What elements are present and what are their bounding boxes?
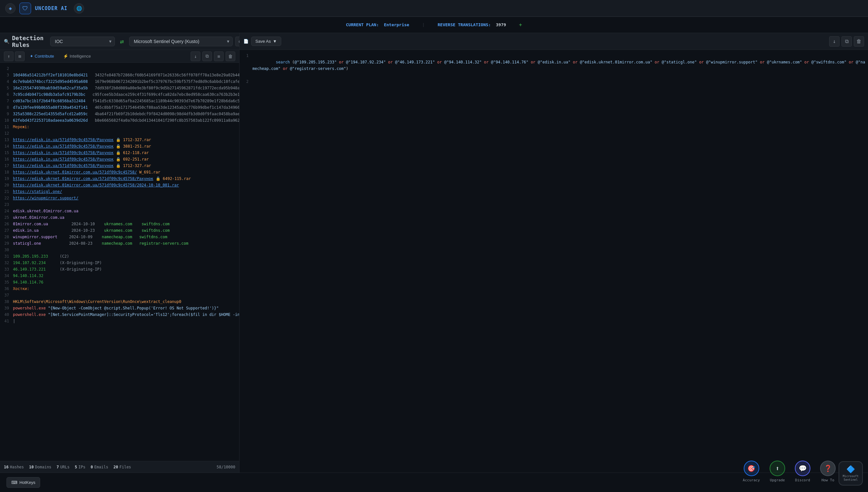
how-to-button[interactable]: ❓ How To	[820, 461, 836, 482]
code-line: 18https://edisk.ukrnet.01mirror.com.ua/5…	[0, 169, 239, 175]
panel-title: Detection Rules	[12, 34, 44, 48]
code-line: 17https://edisk.in.ua/571df09c9c45758/Ра…	[0, 163, 239, 169]
ms-sentinel-badge[interactable]: 🔷 MicrosoftSentinel	[839, 461, 863, 486]
code-line: 11Мережі:	[0, 124, 239, 130]
status-bar: 16 Hashes 10 Domains 7 URLs 5 IPs 0 Emai…	[0, 461, 239, 473]
hashes-count: 16 Hashes	[4, 465, 24, 469]
tab-actions: ↓ ⧉ ≡ 🗑	[191, 51, 235, 61]
code-line: 67c95cd4b9471c98db3a5afc9179b3bc c95fcee…	[0, 91, 239, 98]
hotkeys-button[interactable]: ⌨ HotKeys	[6, 477, 40, 488]
code-line: 9325a5308c225ed14355d5afcd12a059c 4ba64f…	[0, 111, 239, 117]
save-as-dropdown-icon: ▼	[273, 39, 277, 44]
upgrade-button[interactable]: ⬆ Upgrade	[770, 461, 785, 482]
add-translations-button[interactable]: +	[519, 22, 522, 28]
tab-intelligence[interactable]: ⚡ Intelligence	[59, 52, 95, 60]
copy-button[interactable]: ⧉	[202, 51, 212, 61]
code-line: 19https://edisk.ukrnet.01mirror.com.ua/5…	[0, 175, 239, 182]
code-line: 37	[0, 292, 239, 298]
code-line: 12	[0, 130, 239, 137]
code-line: 2601mirror.com.ua 2024-10-10 ukrnames.co…	[0, 221, 239, 227]
code-line: 23	[0, 201, 239, 208]
ioc-type-select[interactable]: IOC Sigma YARA	[50, 36, 115, 46]
main-area: 🔍 Detection Rules IOC Sigma YARA ▼ ⇄ Mic…	[0, 33, 868, 473]
contribute-icon: ✦	[30, 54, 33, 58]
right-code-line: 2	[240, 78, 868, 85]
code-line: 7cd03a7bc1b1f2b64f8c6856ba312484 f541d5c…	[0, 98, 239, 104]
code-line: 38HKLM\Software\Microsoft\Windows\Curren…	[0, 298, 239, 305]
right-toolbar: ↓ ⧉ 🗑	[829, 36, 864, 47]
code-line: 4dc7e9ab6374bccf3225d95ed4595a608 1679e9…	[0, 78, 239, 85]
code-line: 29staticgl.one 2024-08-23 namecheap.com …	[0, 240, 239, 247]
app-title: UNCODER AI	[35, 5, 67, 11]
plan-bar: CURRENT PLAN: Enterprise | REVERSE TRANS…	[0, 17, 868, 33]
ms-sentinel-icon: 🔷	[846, 465, 855, 473]
ips-count: 5 IPs	[75, 465, 85, 469]
upgrade-label: Upgrade	[770, 478, 785, 482]
download-button[interactable]: ↓	[191, 51, 200, 61]
code-line: 22https://winupmirror.support/	[0, 195, 239, 201]
char-counter: 58/10000	[217, 465, 235, 469]
right-code-area[interactable]: 1 search (@"109.205.195.233" or @"194.10…	[240, 50, 868, 473]
nav-logo[interactable]: ◈	[5, 3, 16, 14]
discord-button[interactable]: 💬 Discord	[795, 461, 810, 482]
nav-app-icon[interactable]: 🛡	[19, 3, 31, 14]
left-panel-header: 🔍 Detection Rules IOC Sigma YARA ▼ ⇄ Mic…	[0, 33, 239, 50]
swap-direction-icon[interactable]: ⇄	[118, 38, 127, 45]
ms-sentinel-label: MicrosoftSentinel	[843, 474, 859, 482]
code-line: 16https://edisk.in.ua/571df09c9c45758/Ра…	[0, 156, 239, 163]
code-line: 8d7a120fee99b0655a08f330a4542f141 465c8b…	[0, 104, 239, 111]
code-line: 21https://staticgl.one/	[0, 188, 239, 195]
target-platform-select[interactable]: Microsoft Sentinel Query (Kusto) Splunk …	[129, 36, 233, 46]
how-to-label: How To	[821, 478, 834, 482]
code-line: 25ukrnet.01mirror.com.ua	[0, 214, 239, 221]
target-dropdown-wrap: Microsoft Sentinel Query (Kusto) Splunk …	[129, 36, 233, 46]
code-line: 14https://edisk.in.ua/571df09c9c45758/Ра…	[0, 143, 239, 150]
code-line: 32194.107.92.234 (X-Originating-IP)	[0, 260, 239, 266]
code-line: 1062febd43f2253710adaeea3a0639d26d b8e66…	[0, 117, 239, 124]
delete-button[interactable]: 🗑	[226, 51, 235, 61]
code-line: 13https://edisk.in.ua/571df09c9c45758/Ра…	[0, 137, 239, 143]
code-line: 27edisk.in.ua 2024-10-23 ukrnames.com sw…	[0, 227, 239, 234]
code-line: 40powershell.exe "[Net.ServicePointManag…	[0, 311, 239, 318]
tab-contribute[interactable]: ✦ Contribute	[26, 52, 58, 60]
reverse-translations-label: REVERSE TRANSLATIONS: 3979	[438, 22, 506, 27]
right-copy-button[interactable]: ⧉	[841, 36, 852, 47]
code-line: 310d486a514212bff2ef181010e8bd421 3432fe…	[0, 72, 239, 78]
ioc-dropdown-wrap: IOC Sigma YARA ▼	[50, 36, 115, 46]
right-download-button[interactable]: ↓	[829, 36, 840, 47]
copy-raw-button[interactable]: ⊞	[15, 51, 25, 61]
right-delete-button[interactable]: 🗑	[854, 36, 864, 47]
code-editor[interactable]: 2 310d486a514212bff2ef181010e8bd421 3432…	[0, 63, 239, 461]
accuracy-button[interactable]: 🎯 Accuracy	[743, 461, 760, 482]
code-line: 20https://edisk.ukrnet.01mirror.com.ua/5…	[0, 182, 239, 188]
tab-bar: ↑ ⊞ ✦ Contribute ⚡ Intelligence ↓ ⧉ ≡ 🗑	[0, 50, 239, 63]
file-icon: 📄	[243, 39, 249, 44]
upload-button[interactable]: ↑	[4, 51, 14, 61]
nav-right-icon[interactable]: 🌐	[74, 3, 84, 14]
right-code-line: 1 search (@"109.205.195.233" or @"194.10…	[240, 52, 868, 78]
code-line: 516e2255474930bab59d59a62caf35a5b 7dd938…	[0, 85, 239, 91]
code-line: 15https://edisk.in.ua/571df09c9c45758/Ра…	[0, 150, 239, 156]
code-line: 2	[0, 65, 239, 72]
code-line: 3594.140.114.76	[0, 279, 239, 286]
search-icon: 🔍	[4, 39, 9, 44]
urls-count: 7 URLs	[57, 465, 70, 469]
left-panel: 🔍 Detection Rules IOC Sigma YARA ▼ ⇄ Mic…	[0, 33, 240, 473]
code-line: 36Хостки:	[0, 286, 239, 292]
code-line: 3346.149.173.221 (X-Originating-IP)	[0, 266, 239, 273]
discord-label: Discord	[795, 478, 810, 482]
files-count: 20 Files	[114, 465, 131, 469]
bottom-bar: ⌨ HotKeys	[0, 473, 868, 492]
code-line: 31109.205.195.233 (C2)	[0, 253, 239, 260]
code-line: 3494.140.114.32	[0, 273, 239, 279]
current-plan-label: CURRENT PLAN: Enterprise	[346, 22, 410, 27]
intelligence-icon: ⚡	[63, 54, 68, 58]
code-line: 24edisk.ukrnet.01mirror.com.ua	[0, 208, 239, 214]
save-as-button[interactable]: Save As ▼	[251, 36, 281, 46]
settings2-button[interactable]: ≡	[214, 51, 224, 61]
right-panel-header: 📄 Save As ▼ ↓ ⧉ 🗑	[240, 33, 868, 50]
accuracy-label: Accuracy	[743, 478, 760, 482]
hotkeys-icon: ⌨	[11, 480, 18, 485]
code-line: 30	[0, 247, 239, 253]
right-panel: 📄 Save As ▼ ↓ ⧉ 🗑 1 search (@"109.205.19…	[240, 33, 868, 473]
